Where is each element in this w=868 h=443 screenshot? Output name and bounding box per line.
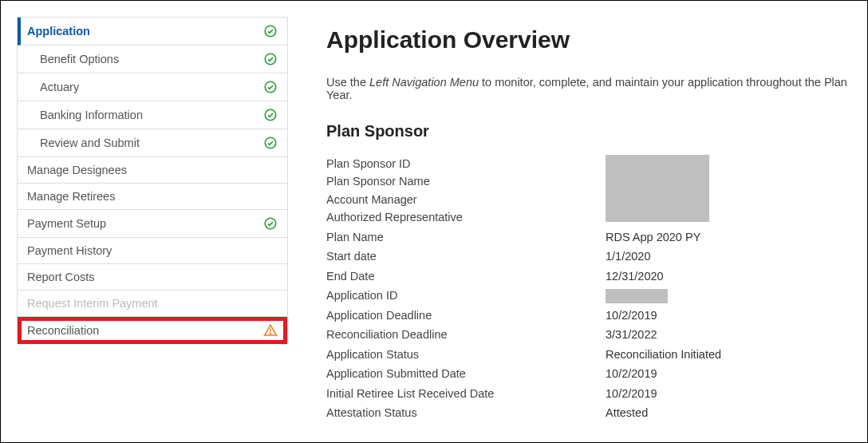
- sidebar-item-label: Review and Submit: [40, 136, 140, 149]
- sidebar-item-label: Application: [27, 25, 90, 38]
- page-title: Application Overview: [326, 26, 851, 53]
- value: Attested: [606, 404, 648, 421]
- sidebar-item-benefit-options[interactable]: Benefit Options: [18, 45, 287, 73]
- sidebar-item-label: Benefit Options: [40, 53, 119, 65]
- value: Reconciliation Initiated: [606, 346, 721, 363]
- label: Application Deadline: [326, 307, 606, 324]
- redacted-block: [606, 155, 709, 222]
- left-nav: Application Benefit Options Actuary Bank…: [17, 17, 288, 344]
- row-start-date: Start date 1/1/2020: [326, 247, 851, 265]
- row-attestation-status: Attestation Status Attested: [326, 404, 851, 421]
- sidebar-item-manage-designees[interactable]: Manage Designees: [18, 157, 287, 184]
- sidebar-item-payment-history[interactable]: Payment History: [18, 238, 287, 264]
- row-application-status: Application Status Reconciliation Initia…: [326, 346, 851, 363]
- main-content: Application Overview Use the Left Naviga…: [288, 17, 851, 426]
- app-container: Application Benefit Options Actuary Bank…: [0, 0, 868, 443]
- check-icon: [263, 136, 278, 150]
- sidebar-item-label: Manage Designees: [27, 164, 127, 176]
- label: End Date: [326, 267, 606, 285]
- label: Authorized Representative: [326, 208, 606, 226]
- sidebar-item-label: Reconciliation: [27, 324, 99, 337]
- check-icon: [263, 80, 278, 94]
- intro-prefix: Use the: [326, 76, 369, 89]
- row-application-submitted: Application Submitted Date 10/2/2019: [326, 365, 851, 382]
- value: 12/31/2020: [606, 267, 664, 285]
- sidebar-item-label: Report Costs: [27, 271, 95, 283]
- label: Initial Retiree List Received Date: [326, 385, 606, 402]
- sidebar-item-label: Request Interim Payment: [27, 297, 158, 310]
- sidebar: Application Benefit Options Actuary Bank…: [17, 17, 288, 426]
- label: Plan Name: [326, 228, 606, 246]
- intro-em: Left Navigation Menu: [369, 76, 479, 89]
- row-end-date: End Date 12/31/2020: [326, 267, 851, 285]
- value: RDS App 2020 PY: [606, 228, 700, 246]
- label: Account Manager: [326, 191, 606, 208]
- label: Application Submitted Date: [326, 365, 606, 382]
- value: 10/2/2019: [606, 385, 657, 402]
- sidebar-item-payment-setup[interactable]: Payment Setup: [18, 210, 287, 238]
- label: Application Status: [326, 346, 606, 363]
- sidebar-item-label: Actuary: [40, 81, 79, 93]
- label: Start date: [326, 247, 606, 265]
- sidebar-item-label: Banking Information: [40, 109, 143, 121]
- row-plan-sponsor-id: Plan Sponsor ID Plan Sponsor Name Accoun…: [326, 155, 851, 227]
- check-icon: [263, 52, 278, 66]
- row-application-id: Application ID: [326, 287, 851, 304]
- sidebar-item-label: Manage Retirees: [27, 190, 115, 203]
- sidebar-item-label: Payment Setup: [27, 217, 106, 230]
- warning-icon: [263, 323, 278, 338]
- label: Application ID: [326, 287, 606, 304]
- row-reconciliation-deadline: Reconciliation Deadline 3/31/2022: [326, 326, 851, 343]
- row-plan-name: Plan Name RDS App 2020 PY: [326, 228, 851, 246]
- check-icon: [263, 24, 278, 38]
- sidebar-item-application[interactable]: Application: [18, 18, 287, 45]
- label: Attestation Status: [326, 404, 606, 421]
- svg-point-7: [270, 333, 270, 334]
- label: Reconciliation Deadline: [326, 326, 606, 343]
- intro-text: Use the Left Navigation Menu to monitor,…: [326, 76, 851, 101]
- sidebar-item-label: Payment History: [27, 244, 112, 257]
- redacted-block: [606, 289, 668, 303]
- sidebar-item-banking-information[interactable]: Banking Information: [18, 101, 287, 129]
- value: 1/1/2020: [606, 247, 650, 265]
- sidebar-item-review-submit[interactable]: Review and Submit: [18, 129, 287, 157]
- check-icon: [263, 216, 278, 231]
- sidebar-item-manage-retirees[interactable]: Manage Retirees: [18, 184, 287, 210]
- value: 3/31/2022: [606, 326, 657, 343]
- sidebar-item-actuary[interactable]: Actuary: [18, 73, 287, 101]
- label: Plan Sponsor Name: [326, 172, 606, 190]
- value: 10/2/2019: [606, 307, 657, 324]
- label: Plan Sponsor ID: [326, 155, 606, 172]
- row-application-deadline: Application Deadline 10/2/2019: [326, 307, 851, 324]
- value: 10/2/2019: [606, 365, 657, 382]
- sidebar-item-request-interim-payment: Request Interim Payment: [18, 291, 287, 317]
- row-initial-retiree: Initial Retiree List Received Date 10/2/…: [326, 385, 851, 402]
- sidebar-item-report-costs[interactable]: Report Costs: [18, 264, 287, 291]
- sidebar-item-reconciliation[interactable]: Reconciliation: [18, 317, 287, 344]
- check-icon: [263, 108, 278, 122]
- section-title: Plan Sponsor: [326, 122, 851, 140]
